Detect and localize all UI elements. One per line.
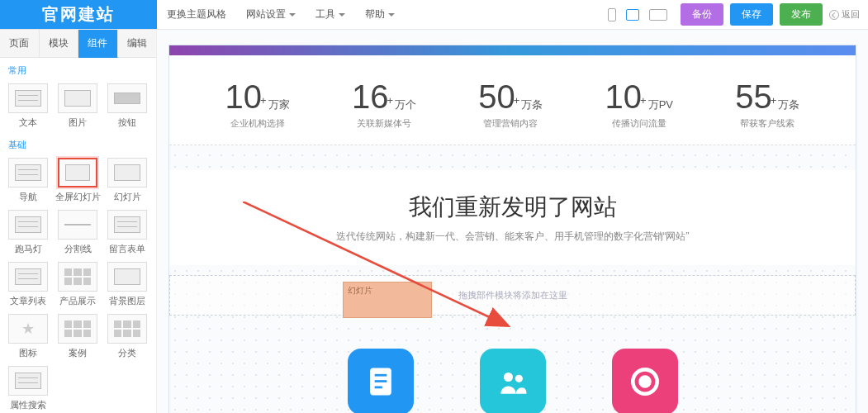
comp-text[interactable]: 文本 bbox=[3, 83, 53, 129]
tab-page[interactable]: 页面 bbox=[0, 30, 40, 58]
menu-site-settings[interactable]: 网站设置 bbox=[236, 0, 306, 29]
comp-category[interactable]: 分类 bbox=[102, 314, 152, 359]
comp-form-label: 留言表单 bbox=[102, 243, 152, 255]
stat-sub: 管理营销内容 bbox=[478, 117, 543, 130]
back-link[interactable]: 返回 bbox=[829, 8, 860, 21]
svg-point-5 bbox=[515, 375, 522, 382]
device-tablet-icon[interactable] bbox=[649, 9, 667, 21]
stat-sub: 帮获客户线索 bbox=[735, 117, 799, 130]
comp-nav-label: 导航 bbox=[3, 191, 53, 203]
save-button[interactable]: 保存 bbox=[730, 3, 773, 26]
comp-marquee[interactable]: 跑马灯 bbox=[3, 210, 53, 255]
chevron-down-icon bbox=[388, 13, 395, 17]
comp-text-label: 文本 bbox=[3, 116, 53, 129]
comp-icon-label: 图标 bbox=[3, 347, 53, 359]
sidebar-tabs: 页面 模块 组件 编辑 bbox=[0, 30, 156, 58]
stat-num: 16 bbox=[352, 78, 389, 116]
gradient-bar bbox=[169, 45, 856, 55]
stat-unit: 万条 bbox=[521, 97, 543, 112]
stat-plus: + bbox=[260, 94, 267, 107]
device-desktop-icon[interactable] bbox=[626, 9, 639, 21]
comp-nav[interactable]: 导航 bbox=[3, 158, 53, 203]
headline: 我们重新发明了网站 bbox=[179, 192, 846, 223]
users-icon bbox=[495, 363, 531, 400]
stat-item: 10+万PV 传播访问流量 bbox=[605, 78, 673, 130]
comp-fullslide-label: 全屏幻灯片 bbox=[53, 191, 102, 203]
menu-theme[interactable]: 更换主题风格 bbox=[157, 0, 236, 29]
target-icon bbox=[627, 363, 663, 400]
comp-button-label: 按钮 bbox=[102, 116, 152, 129]
chevron-down-icon bbox=[289, 13, 296, 17]
dropzone[interactable]: 拖拽部件模块将添加在这里 bbox=[169, 275, 856, 316]
comp-search[interactable]: 属性搜索 bbox=[3, 366, 53, 411]
stat-item: 10+万家 企业机构选择 bbox=[225, 78, 290, 130]
svg-rect-1 bbox=[374, 374, 387, 377]
stat-num: 55 bbox=[735, 78, 772, 116]
stat-unit: 万家 bbox=[268, 97, 290, 112]
menu-tools[interactable]: 工具 bbox=[306, 0, 355, 29]
stat-num: 50 bbox=[478, 78, 515, 116]
section-basic: 基础 bbox=[0, 132, 156, 154]
comp-articlelist[interactable]: 文章列表 bbox=[3, 262, 53, 307]
logo: 官网建站 bbox=[0, 0, 157, 29]
stat-plus: + bbox=[640, 94, 647, 107]
chevron-down-icon bbox=[339, 13, 345, 17]
stat-unit: 万个 bbox=[395, 97, 416, 112]
publish-button[interactable]: 发布 bbox=[780, 3, 823, 26]
comp-product-label: 产品展示 bbox=[53, 295, 102, 307]
comp-marquee-label: 跑马灯 bbox=[3, 243, 53, 255]
backup-button[interactable]: 备份 bbox=[681, 3, 723, 26]
back-icon bbox=[829, 10, 839, 20]
device-phone-icon[interactable] bbox=[608, 8, 616, 21]
stat-sub: 关联新媒体号 bbox=[352, 117, 416, 130]
comp-case-label: 案例 bbox=[53, 347, 102, 359]
section-common: 常用 bbox=[0, 58, 156, 80]
headline-block[interactable]: 我们重新发明了网站 迭代传统网站，构建新一代、会营销、能来客户、用手机管理的数字… bbox=[169, 170, 856, 265]
menu-help[interactable]: 帮助 bbox=[355, 0, 405, 29]
stat-sub: 传播访问流量 bbox=[605, 117, 673, 130]
svg-point-4 bbox=[504, 373, 513, 382]
page-canvas[interactable]: 10+万家 企业机构选择 16+万个 关联新媒体号 50+万条 管理营销内容 1… bbox=[168, 45, 856, 413]
comp-button[interactable]: 按钮 bbox=[102, 83, 152, 129]
top-menu: 更换主题风格 网站设置 工具 帮助 bbox=[157, 0, 405, 29]
stat-plus: + bbox=[387, 94, 393, 107]
comp-product[interactable]: 产品展示 bbox=[53, 262, 102, 307]
canvas-area: 10+万家 企业机构选择 16+万个 关联新媒体号 50+万条 管理营销内容 1… bbox=[157, 30, 868, 413]
feature-icons bbox=[169, 349, 856, 413]
comp-image-label: 图片 bbox=[53, 116, 102, 129]
comp-bgimage[interactable]: 背景图层 bbox=[102, 262, 152, 307]
comp-divider-label: 分割线 bbox=[53, 243, 102, 255]
placed-widget-slide[interactable]: 幻灯片 bbox=[343, 282, 432, 318]
comp-fullslide[interactable]: 全屏幻灯片 bbox=[53, 158, 102, 203]
stat-num: 10 bbox=[225, 78, 263, 116]
svg-point-7 bbox=[640, 377, 649, 387]
comp-form[interactable]: 留言表单 bbox=[102, 210, 152, 255]
tab-component[interactable]: 组件 bbox=[78, 30, 118, 58]
tab-edit[interactable]: 编辑 bbox=[118, 30, 157, 58]
comp-image[interactable]: 图片 bbox=[53, 83, 102, 129]
feature-icon-target bbox=[612, 349, 678, 413]
comp-case[interactable]: 案例 bbox=[53, 314, 102, 359]
comp-slide-label: 幻灯片 bbox=[102, 191, 152, 203]
svg-rect-2 bbox=[374, 380, 387, 382]
stat-unit: 万条 bbox=[778, 97, 799, 112]
document-icon bbox=[363, 363, 399, 400]
sidebar: 页面 模块 组件 编辑 常用 文本 图片 按钮 基础 导航 全屏幻灯片 幻灯片 … bbox=[0, 30, 157, 413]
comp-slide[interactable]: 幻灯片 bbox=[102, 158, 152, 203]
comp-articlelist-label: 文章列表 bbox=[3, 295, 53, 307]
tab-module[interactable]: 模块 bbox=[40, 30, 79, 58]
subhead: 迭代传统网站，构建新一代、会营销、能来客户、用手机管理的数字化营销“网站” bbox=[179, 230, 846, 244]
star-icon: ★ bbox=[21, 320, 35, 338]
stat-num: 10 bbox=[605, 78, 643, 116]
stat-plus: + bbox=[514, 94, 520, 107]
svg-rect-3 bbox=[374, 387, 382, 389]
comp-category-label: 分类 bbox=[102, 347, 152, 359]
stat-item: 50+万条 管理营销内容 bbox=[478, 78, 543, 130]
stats-row: 10+万家 企业机构选择 16+万个 关联新媒体号 50+万条 管理营销内容 1… bbox=[169, 55, 856, 145]
feature-icon-users bbox=[480, 349, 546, 413]
feature-icon-doc bbox=[348, 349, 414, 413]
menu-help-label: 帮助 bbox=[365, 7, 385, 21]
stat-unit: 万PV bbox=[648, 97, 673, 112]
comp-divider[interactable]: 分割线 bbox=[53, 210, 102, 255]
comp-icon[interactable]: ★图标 bbox=[3, 314, 53, 359]
